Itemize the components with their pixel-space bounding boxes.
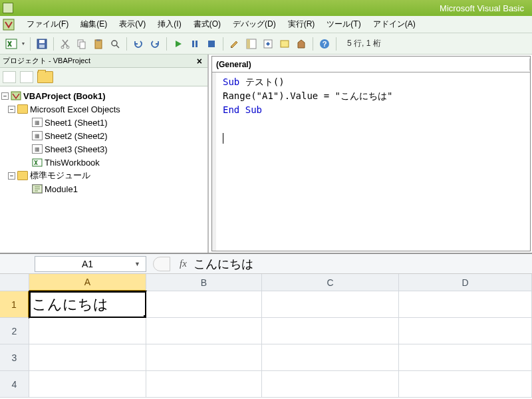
svg-rect-3: [39, 40, 45, 43]
pause-icon[interactable]: [188, 37, 202, 51]
excel-dropdown[interactable]: ▼: [21, 37, 26, 51]
workbook-icon: [32, 158, 43, 167]
cell-c2[interactable]: [262, 318, 399, 344]
run-icon[interactable]: [171, 37, 186, 51]
object-browser-icon[interactable]: [277, 37, 292, 51]
folder-icon: [17, 171, 28, 180]
cell-d2[interactable]: [399, 318, 532, 344]
undo-icon[interactable]: [131, 37, 146, 51]
code-editor[interactable]: Sub テスト() Range("A1").Value = "こんにちは" En…: [212, 72, 530, 251]
name-box[interactable]: A1 ▼: [35, 256, 146, 272]
select-all-corner[interactable]: [0, 274, 29, 291]
cancel-formula-button[interactable]: [153, 257, 170, 271]
stop-icon[interactable]: [204, 37, 219, 51]
help-icon[interactable]: ?: [317, 37, 332, 51]
row-header-4[interactable]: 4: [0, 371, 29, 398]
save-icon[interactable]: [35, 37, 49, 51]
svg-text:?: ?: [323, 40, 327, 48]
cell-d4[interactable]: [399, 371, 532, 398]
svg-rect-10: [96, 39, 100, 41]
menu-format[interactable]: 書式(O): [188, 17, 226, 32]
collapse-icon[interactable]: −: [8, 172, 15, 180]
svg-rect-22: [33, 159, 42, 166]
menu-file[interactable]: ファイル(F): [21, 17, 74, 32]
svg-rect-16: [247, 39, 250, 49]
redo-icon[interactable]: [148, 37, 162, 51]
app-icon: [3, 3, 13, 13]
col-header-a[interactable]: A: [29, 274, 146, 291]
project-icon: [11, 91, 21, 100]
cell-c1[interactable]: [262, 291, 399, 318]
svg-point-11: [112, 41, 117, 46]
cell-b1[interactable]: [146, 291, 262, 318]
worksheet-icon: ▦: [32, 131, 43, 140]
view-object-button[interactable]: [20, 71, 33, 83]
menu-view[interactable]: 表示(V): [114, 17, 151, 32]
cut-icon[interactable]: [58, 37, 72, 51]
title-text: Microsoft Visual Basic: [17, 3, 529, 13]
col-header-b[interactable]: B: [146, 274, 262, 291]
svg-rect-1: [6, 39, 17, 49]
worksheet-grid[interactable]: A B C D 1 こんにちは 2 3 4: [0, 274, 532, 398]
collapse-icon[interactable]: −: [8, 106, 15, 113]
tree-sheet3[interactable]: ▦ Sheet3 (Sheet3): [1, 142, 206, 156]
menu-run[interactable]: 実行(R): [283, 17, 321, 32]
collapse-icon[interactable]: −: [1, 92, 9, 100]
tree-sheet1[interactable]: ▦ Sheet1 (Sheet1): [1, 116, 206, 129]
cursor-position: 5 行, 1 桁: [347, 38, 381, 49]
menu-edit[interactable]: 編集(E): [75, 17, 112, 32]
cell-b3[interactable]: [146, 344, 262, 371]
menu-insert[interactable]: 挿入(I): [152, 17, 186, 32]
cell-c3[interactable]: [262, 344, 399, 371]
svg-rect-4: [39, 45, 45, 48]
worksheet-icon: ▦: [32, 144, 43, 154]
object-dropdown[interactable]: (General): [212, 59, 530, 70]
design-mode-icon[interactable]: [227, 37, 242, 51]
fx-icon[interactable]: fx: [180, 258, 187, 269]
cell-c4[interactable]: [262, 371, 399, 398]
find-icon[interactable]: [108, 37, 122, 51]
tree-folder-objects[interactable]: − Microsoft Excel Objects: [1, 102, 206, 116]
cell-a4[interactable]: [29, 371, 146, 398]
row-header-1[interactable]: 1: [0, 291, 29, 318]
project-explorer-icon[interactable]: [244, 37, 259, 51]
row-header-2[interactable]: 2: [0, 318, 29, 344]
menubar: ファイル(F) 編集(E) 表示(V) 挿入(I) 書式(O) デバッグ(D) …: [0, 16, 532, 33]
col-header-c[interactable]: C: [262, 274, 399, 291]
cell-d1[interactable]: [399, 291, 532, 318]
copy-icon[interactable]: [74, 37, 89, 51]
folder-icon: [17, 104, 28, 114]
menu-addins[interactable]: アドイン(A): [368, 17, 421, 32]
excel-icon[interactable]: [4, 37, 19, 51]
menu-tools[interactable]: ツール(T): [321, 17, 366, 32]
toggle-folders-button[interactable]: [37, 71, 53, 83]
tree-thisworkbook[interactable]: ThisWorkbook: [1, 156, 206, 169]
svg-rect-14: [208, 41, 215, 47]
project-tree[interactable]: − VBAProject (Book1) − Microsoft Excel O…: [0, 86, 207, 253]
formula-bar[interactable]: こんにちは: [194, 256, 253, 272]
cell-a2[interactable]: [29, 318, 146, 344]
paste-icon[interactable]: [91, 37, 106, 51]
svg-rect-13: [196, 41, 198, 47]
row-header-3[interactable]: 3: [0, 344, 29, 371]
properties-icon[interactable]: [261, 37, 275, 51]
cell-d3[interactable]: [399, 344, 532, 371]
tree-project-root[interactable]: − VBAProject (Book1): [1, 89, 206, 102]
cell-a1[interactable]: こんにちは: [29, 291, 146, 318]
svg-rect-18: [281, 41, 289, 47]
menu-debug[interactable]: デバッグ(D): [227, 17, 281, 32]
code-window: (General) Sub テスト() Range("A1").Value = …: [211, 56, 531, 251]
col-header-d[interactable]: D: [399, 274, 532, 291]
project-explorer: プロジェクト - VBAProject × − VBAProject (Book…: [0, 55, 209, 253]
chevron-down-icon[interactable]: ▼: [134, 261, 140, 267]
tree-sheet2[interactable]: ▦ Sheet2 (Sheet2): [1, 129, 206, 142]
cell-b2[interactable]: [146, 318, 262, 344]
close-icon[interactable]: ×: [194, 56, 205, 66]
tree-folder-modules[interactable]: − 標準モジュール: [1, 169, 206, 182]
tree-module1[interactable]: Module1: [1, 182, 206, 196]
cell-a3[interactable]: [29, 344, 146, 371]
toolbox-icon[interactable]: [294, 37, 309, 51]
cell-b4[interactable]: [146, 371, 262, 398]
module-icon: [32, 184, 43, 194]
view-code-button[interactable]: [3, 71, 16, 83]
